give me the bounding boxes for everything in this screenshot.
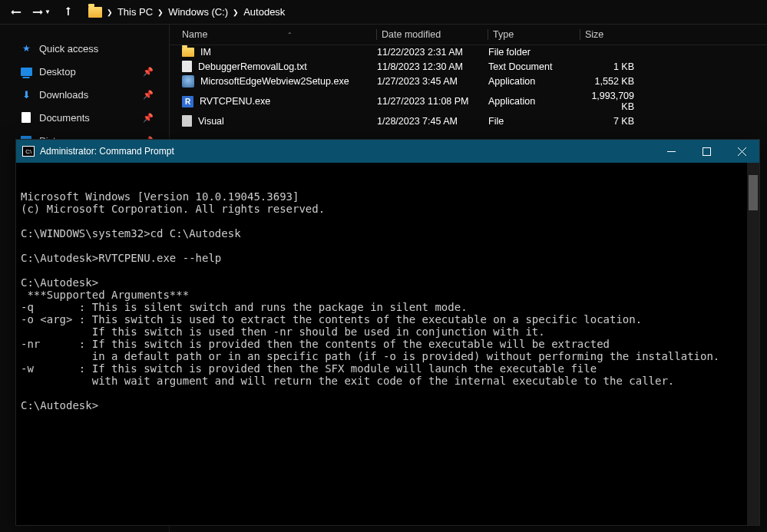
close-button[interactable]: [724, 140, 759, 163]
pin-icon: 📌: [143, 113, 154, 123]
terminal-body[interactable]: Microsoft Windows [Version 10.0.19045.36…: [16, 163, 759, 525]
nav-back-button[interactable]: 🠔: [9, 6, 23, 18]
exe-icon: [182, 75, 194, 88]
maximize-icon: [703, 147, 711, 156]
close-icon: [738, 147, 746, 156]
file-name: MicrosoftEdgeWebview2Setup.exe: [200, 76, 349, 87]
file-size: 1,993,709 KB: [580, 91, 642, 112]
file-row[interactable]: MicrosoftEdgeWebview2Setup.exe1/27/2023 …: [170, 74, 767, 89]
breadcrumb-item-this-pc[interactable]: This PC: [117, 6, 153, 18]
file-row[interactable]: DebuggerRemovalLog.txt11/8/2023 12:30 AM…: [170, 59, 767, 74]
minimize-button[interactable]: [653, 140, 689, 163]
file-date: 11/27/2023 11:08 PM: [377, 96, 488, 107]
folder-icon: [182, 48, 194, 57]
column-header-name[interactable]: Name ⌃: [177, 29, 377, 40]
arrow-left-icon: 🠔: [11, 6, 21, 18]
explorer-toolbar: 🠔 🠖 ▼ 🠕 ❯ This PC ❯ Windows (C:) ❯ Autod…: [0, 0, 767, 25]
sidebar-item-documents[interactable]: Documents 📌: [14, 109, 160, 126]
nav-forward-button[interactable]: 🠖 ▼: [31, 6, 52, 18]
txt-icon: [182, 61, 192, 72]
chevron-right-icon: ❯: [233, 8, 239, 16]
file-type: File folder: [488, 47, 580, 58]
file-date: 11/22/2023 2:31 AM: [377, 47, 488, 58]
sidebar-item-label: Downloads: [39, 89, 88, 101]
chevron-down-icon: ▼: [45, 8, 51, 15]
desktop-icon: [21, 68, 32, 76]
command-prompt-window: C:\ Administrator: Command Prompt Micros…: [15, 139, 760, 526]
file-list-header: Name ⌃ Date modified Type Size: [170, 25, 767, 45]
breadcrumb-item-drive[interactable]: Windows (C:): [168, 6, 228, 18]
sort-indicator-icon: ⌃: [287, 31, 293, 38]
pin-icon: 📌: [143, 90, 154, 100]
file-size: 7 KB: [580, 116, 642, 127]
sidebar-item-quick-access[interactable]: ★ Quick access: [14, 40, 160, 57]
sidebar-item-downloads[interactable]: ⬇ Downloads 📌: [14, 86, 160, 103]
quick-access-icon: ★: [20, 42, 32, 55]
file-name: Visual: [198, 116, 224, 127]
sidebar-item-label: Desktop: [39, 66, 76, 78]
file-type: Application: [488, 76, 580, 87]
file-type: Text Document: [488, 61, 580, 72]
file-row[interactable]: RRVTCPENU.exe11/27/2023 11:08 PMApplicat…: [170, 89, 767, 114]
documents-icon: [21, 112, 31, 123]
downloads-icon: ⬇: [20, 88, 32, 101]
chevron-right-icon: ❯: [157, 8, 164, 16]
file-date: 1/27/2023 3:45 AM: [377, 76, 488, 87]
file-type: File: [488, 116, 580, 127]
file-row[interactable]: Visual1/28/2023 7:45 AMFile7 KB: [170, 114, 767, 128]
file-icon: [182, 115, 192, 127]
sidebar-item-label: Documents: [39, 112, 90, 124]
folder-icon: [88, 7, 102, 18]
arrow-up-icon: 🠕: [63, 6, 73, 18]
chevron-right-icon: ❯: [107, 8, 113, 16]
file-name: IM: [200, 47, 211, 58]
scrollbar-thumb[interactable]: [749, 175, 758, 210]
pin-icon: 📌: [143, 67, 154, 77]
terminal-text: Microsoft Windows [Version 10.0.19045.36…: [21, 190, 755, 411]
file-date: 1/28/2023 7:45 AM: [377, 116, 488, 127]
cmd-icon: C:\: [22, 146, 35, 157]
column-header-date[interactable]: Date modified: [377, 29, 488, 40]
titlebar[interactable]: C:\ Administrator: Command Prompt: [16, 140, 759, 163]
file-name: RVTCPENU.exe: [200, 96, 270, 107]
breadcrumb-item-folder[interactable]: Autodesk: [243, 6, 285, 18]
svg-rect-0: [703, 147, 710, 155]
minimize-icon: [667, 147, 676, 156]
column-header-size[interactable]: Size: [580, 29, 642, 40]
sidebar-item-label: Quick access: [39, 43, 98, 55]
breadcrumb: ❯ This PC ❯ Windows (C:) ❯ Autodesk: [84, 6, 285, 18]
file-date: 11/8/2023 12:30 AM: [377, 61, 488, 72]
sidebar-item-desktop[interactable]: Desktop 📌: [14, 63, 160, 80]
file-row[interactable]: IM11/22/2023 2:31 AMFile folder: [170, 45, 767, 59]
file-name: DebuggerRemovalLog.txt: [198, 61, 307, 72]
scrollbar[interactable]: [747, 163, 759, 525]
file-size: 1 KB: [580, 61, 642, 72]
arrow-right-icon: 🠖: [32, 6, 43, 18]
column-header-type[interactable]: Type: [488, 29, 580, 40]
maximize-button[interactable]: [689, 140, 724, 163]
nav-up-button[interactable]: 🠕: [60, 6, 76, 18]
file-type: Application: [488, 96, 580, 107]
revit-icon: R: [182, 96, 193, 107]
window-title: Administrator: Command Prompt: [40, 146, 174, 157]
file-size: 1,552 KB: [580, 76, 642, 87]
